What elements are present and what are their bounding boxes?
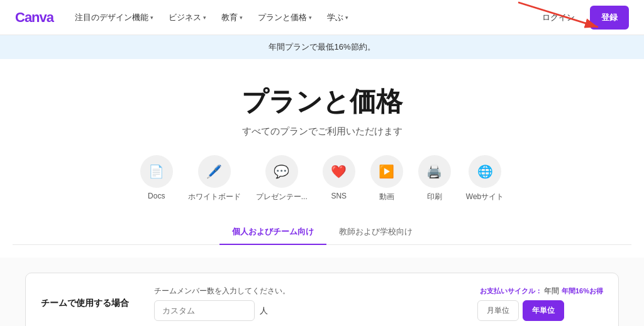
page-title: プランと価格 [13,84,631,119]
logo-text: Canva [15,9,53,26]
main-content: チームで使用する場合 チームメンバー数を入力してください。 人 お支払いサイクル… [0,258,644,326]
chevron-down-icon: ▾ [203,14,206,21]
features-row: 📄 Docs 🖊️ ホワイトボード 💬 プレゼンテー... ❤️ SNS ▶️ … [13,155,631,202]
team-config-box: チームで使用する場合 チームメンバー数を入力してください。 人 お支払いサイクル… [25,273,619,326]
website-icon: 🌐 [469,155,501,188]
chevron-down-icon: ▾ [240,14,243,21]
member-input-group: チームメンバー数を入力してください。 人 [154,286,452,321]
sns-icon: ❤️ [323,155,355,188]
feature-website-label: Webサイト [466,192,504,202]
tab-teacher-school[interactable]: 教師および学校向け [326,220,425,245]
member-input-label: チームメンバー数を入力してください。 [154,286,452,296]
feature-docs[interactable]: 📄 Docs [140,155,173,202]
banner-text: 年間プランで最低16%節約。 [269,42,375,52]
whiteboard-icon: 🖊️ [198,155,231,188]
plan-tabs: 個人およびチーム向け 教師および学校向け [13,220,631,245]
billing-yearly-button[interactable]: 年単位 [523,300,564,321]
nav-business[interactable]: ビジネス ▾ [162,8,213,27]
header: Canva 注目のデザイン機能 ▾ ビジネス ▾ 教育 ▾ プランと価格 ▾ 学… [0,0,644,35]
presentation-icon: 💬 [265,155,298,188]
tab-individual-team[interactable]: 個人およびチーム向け [219,220,326,245]
chevron-down-icon: ▾ [150,14,153,21]
billing-toggle: 月単位 年単位 [477,300,603,321]
feature-video[interactable]: ▶️ 動画 [370,155,403,202]
video-icon: ▶️ [370,155,403,188]
feature-presentation-label: プレゼンテー... [256,192,308,202]
promo-banner: 年間プランで最低16%節約。 [0,35,644,59]
chevron-down-icon: ▾ [309,14,312,21]
billing-monthly-button[interactable]: 月単位 [477,300,519,321]
chevron-down-icon: ▾ [345,14,348,21]
billing-label: お支払いサイクル： 年間年間16%お得 [477,286,603,296]
feature-print-label: 印刷 [427,192,442,202]
feature-print[interactable]: 🖨️ 印刷 [418,155,451,202]
feature-whiteboard[interactable]: 🖊️ ホワイトボード [188,155,241,202]
header-actions: ログイン 登録 [532,6,629,30]
member-input-row: 人 [154,300,452,321]
nav-plans[interactable]: プランと価格 ▾ [252,8,318,27]
feature-sns-label: SNS [331,192,347,200]
feature-docs-label: Docs [148,192,165,200]
register-button[interactable]: 登録 [590,6,629,30]
main-nav: 注目のデザイン機能 ▾ ビジネス ▾ 教育 ▾ プランと価格 ▾ 学ぶ ▾ [69,8,355,27]
logo[interactable]: Canva [15,9,53,26]
feature-whiteboard-label: ホワイトボード [188,192,241,202]
feature-website[interactable]: 🌐 Webサイト [466,155,504,202]
nav-education[interactable]: 教育 ▾ [215,8,249,27]
hero-section: プランと価格 すべてのプランでご利用いただけます 📄 Docs 🖊️ ホワイトボ… [0,59,644,258]
nav-design-features[interactable]: 注目のデザイン機能 ▾ [69,8,160,27]
member-unit: 人 [260,305,268,317]
print-icon: 🖨️ [418,155,451,188]
feature-video-label: 動画 [379,192,394,202]
feature-sns[interactable]: ❤️ SNS [323,155,355,202]
billing-discount: 年間16%お得 [562,287,603,295]
hero-subtitle: すべてのプランでご利用いただけます [13,126,631,138]
billing-group: お支払いサイクル： 年間年間16%お得 月単位 年単位 [477,286,603,321]
feature-presentation[interactable]: 💬 プレゼンテー... [256,155,308,202]
team-config-title: チームで使用する場合 [41,298,129,309]
nav-learn[interactable]: 学ぶ ▾ [321,8,355,27]
member-count-input[interactable] [154,300,255,321]
login-button[interactable]: ログイン [532,7,585,28]
docs-icon: 📄 [140,155,173,188]
